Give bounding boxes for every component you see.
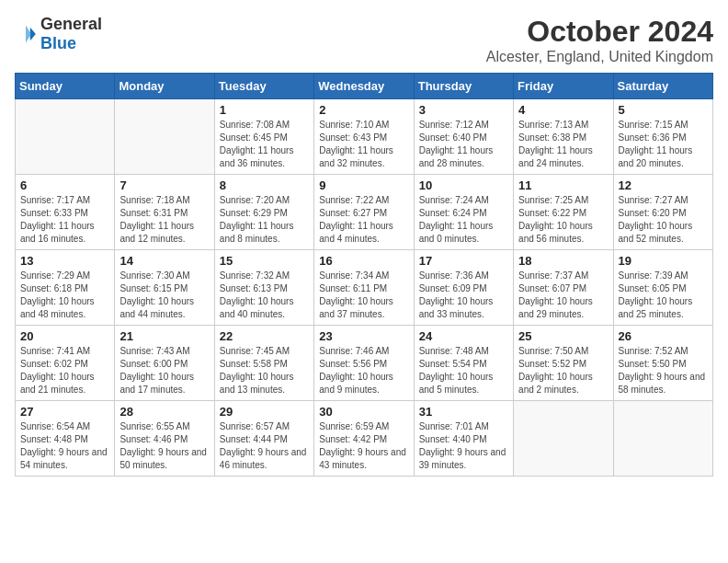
day-info: Sunrise: 7:32 AMSunset: 6:13 PMDaylight:… <box>220 270 309 321</box>
day-info: Sunrise: 7:24 AMSunset: 6:24 PMDaylight:… <box>419 194 508 246</box>
calendar-day-cell: 27Sunrise: 6:54 AMSunset: 4:48 PMDayligh… <box>16 401 115 477</box>
day-info: Sunrise: 6:55 AMSunset: 4:46 PMDaylight:… <box>119 420 209 472</box>
calendar-day-cell: 12Sunrise: 7:27 AMSunset: 6:20 PMDayligh… <box>613 175 712 250</box>
day-number: 26 <box>619 329 708 343</box>
calendar-day-cell: 15Sunrise: 7:32 AMSunset: 6:13 PMDayligh… <box>214 250 313 326</box>
day-number: 30 <box>319 405 408 419</box>
day-info: Sunrise: 7:34 AMSunset: 6:11 PMDaylight:… <box>319 270 408 321</box>
calendar-day-cell: 10Sunrise: 7:24 AMSunset: 6:24 PMDayligh… <box>414 175 513 250</box>
calendar-day-cell <box>613 401 712 477</box>
day-number: 7 <box>119 178 209 192</box>
calendar-day-cell: 19Sunrise: 7:39 AMSunset: 6:05 PMDayligh… <box>613 250 712 326</box>
day-info: Sunrise: 7:13 AMSunset: 6:38 PMDaylight:… <box>518 119 608 170</box>
calendar-week-row: 6Sunrise: 7:17 AMSunset: 6:33 PMDaylight… <box>16 175 713 250</box>
calendar-day-cell: 2Sunrise: 7:10 AMSunset: 6:43 PMDaylight… <box>314 99 414 175</box>
day-info: Sunrise: 7:30 AMSunset: 6:15 PMDaylight:… <box>119 270 209 321</box>
day-number: 25 <box>518 329 608 343</box>
day-info: Sunrise: 7:25 AMSunset: 6:22 PMDaylight:… <box>518 194 608 246</box>
day-number: 31 <box>419 405 508 419</box>
calendar-day-cell: 30Sunrise: 6:59 AMSunset: 4:42 PMDayligh… <box>314 401 414 477</box>
day-number: 20 <box>20 329 109 343</box>
logo-general: General <box>40 15 102 33</box>
day-info: Sunrise: 7:37 AMSunset: 6:07 PMDaylight:… <box>518 270 608 321</box>
month-title: October 2024 <box>486 15 713 49</box>
day-number: 14 <box>119 254 209 268</box>
day-info: Sunrise: 7:36 AMSunset: 6:09 PMDaylight:… <box>419 270 508 321</box>
day-number: 13 <box>20 254 109 268</box>
day-info: Sunrise: 7:41 AMSunset: 6:02 PMDaylight:… <box>20 345 109 396</box>
calendar-day-cell: 11Sunrise: 7:25 AMSunset: 6:22 PMDayligh… <box>514 175 613 250</box>
day-number: 9 <box>319 178 408 192</box>
day-number: 22 <box>220 329 309 343</box>
day-number: 24 <box>419 329 508 343</box>
calendar-day-cell <box>115 99 214 175</box>
calendar-day-cell: 24Sunrise: 7:48 AMSunset: 5:54 PMDayligh… <box>414 326 513 401</box>
day-info: Sunrise: 7:48 AMSunset: 5:54 PMDaylight:… <box>419 345 508 396</box>
day-info: Sunrise: 7:10 AMSunset: 6:43 PMDaylight:… <box>319 119 408 170</box>
calendar-header-row: SundayMondayTuesdayWednesdayThursdayFrid… <box>16 74 713 99</box>
logo: General Blue <box>15 15 102 53</box>
day-number: 23 <box>319 329 408 343</box>
day-info: Sunrise: 7:12 AMSunset: 6:40 PMDaylight:… <box>419 119 508 170</box>
calendar-day-cell: 6Sunrise: 7:17 AMSunset: 6:33 PMDaylight… <box>16 175 115 250</box>
day-info: Sunrise: 7:20 AMSunset: 6:29 PMDaylight:… <box>220 194 309 246</box>
day-info: Sunrise: 7:29 AMSunset: 6:18 PMDaylight:… <box>20 270 109 321</box>
calendar-table: SundayMondayTuesdayWednesdayThursdayFrid… <box>15 73 713 477</box>
calendar-body: 1Sunrise: 7:08 AMSunset: 6:45 PMDaylight… <box>16 99 713 477</box>
calendar-day-cell: 5Sunrise: 7:15 AMSunset: 6:36 PMDaylight… <box>613 99 712 175</box>
day-info: Sunrise: 7:17 AMSunset: 6:33 PMDaylight:… <box>20 194 109 246</box>
calendar-day-cell <box>514 401 613 477</box>
page-header: General Blue October 2024 Alcester, Engl… <box>15 15 713 65</box>
day-number: 1 <box>220 103 309 117</box>
day-info: Sunrise: 7:52 AMSunset: 5:50 PMDaylight:… <box>619 345 708 396</box>
day-info: Sunrise: 7:27 AMSunset: 6:20 PMDaylight:… <box>619 194 708 246</box>
day-info: Sunrise: 7:01 AMSunset: 4:40 PMDaylight:… <box>419 420 508 472</box>
day-info: Sunrise: 7:22 AMSunset: 6:27 PMDaylight:… <box>319 194 408 246</box>
day-info: Sunrise: 7:45 AMSunset: 5:58 PMDaylight:… <box>220 345 309 396</box>
calendar-day-cell: 16Sunrise: 7:34 AMSunset: 6:11 PMDayligh… <box>314 250 414 326</box>
day-number: 19 <box>619 254 708 268</box>
day-number: 4 <box>518 103 608 117</box>
calendar-day-cell: 14Sunrise: 7:30 AMSunset: 6:15 PMDayligh… <box>115 250 214 326</box>
day-number: 6 <box>20 178 109 192</box>
day-info: Sunrise: 7:46 AMSunset: 5:56 PMDaylight:… <box>319 345 408 396</box>
calendar-day-cell: 20Sunrise: 7:41 AMSunset: 6:02 PMDayligh… <box>16 326 115 401</box>
weekday-header: Saturday <box>613 74 712 99</box>
weekday-header: Monday <box>115 74 214 99</box>
day-number: 27 <box>20 405 109 419</box>
calendar-day-cell: 18Sunrise: 7:37 AMSunset: 6:07 PMDayligh… <box>514 250 613 326</box>
weekday-header: Tuesday <box>214 74 313 99</box>
calendar-day-cell: 8Sunrise: 7:20 AMSunset: 6:29 PMDaylight… <box>214 175 313 250</box>
calendar-day-cell: 26Sunrise: 7:52 AMSunset: 5:50 PMDayligh… <box>613 326 712 401</box>
calendar-day-cell: 17Sunrise: 7:36 AMSunset: 6:09 PMDayligh… <box>414 250 513 326</box>
logo-blue: Blue <box>40 34 76 52</box>
calendar-day-cell: 28Sunrise: 6:55 AMSunset: 4:46 PMDayligh… <box>115 401 214 477</box>
calendar-day-cell: 23Sunrise: 7:46 AMSunset: 5:56 PMDayligh… <box>314 326 414 401</box>
title-block: October 2024 Alcester, England, United K… <box>486 15 713 65</box>
day-info: Sunrise: 6:59 AMSunset: 4:42 PMDaylight:… <box>319 420 408 472</box>
calendar-day-cell: 1Sunrise: 7:08 AMSunset: 6:45 PMDaylight… <box>214 99 313 175</box>
day-info: Sunrise: 7:50 AMSunset: 5:52 PMDaylight:… <box>518 345 608 396</box>
day-info: Sunrise: 7:43 AMSunset: 6:00 PMDaylight:… <box>119 345 209 396</box>
weekday-header: Friday <box>514 74 613 99</box>
weekday-header: Sunday <box>16 74 115 99</box>
calendar-day-cell: 29Sunrise: 6:57 AMSunset: 4:44 PMDayligh… <box>214 401 313 477</box>
day-number: 2 <box>319 103 408 117</box>
calendar-week-row: 1Sunrise: 7:08 AMSunset: 6:45 PMDaylight… <box>16 99 713 175</box>
calendar-day-cell: 31Sunrise: 7:01 AMSunset: 4:40 PMDayligh… <box>414 401 513 477</box>
calendar-day-cell <box>16 99 115 175</box>
calendar-day-cell: 22Sunrise: 7:45 AMSunset: 5:58 PMDayligh… <box>214 326 313 401</box>
day-info: Sunrise: 7:08 AMSunset: 6:45 PMDaylight:… <box>220 119 309 170</box>
day-number: 29 <box>220 405 309 419</box>
day-info: Sunrise: 7:39 AMSunset: 6:05 PMDaylight:… <box>619 270 708 321</box>
calendar-day-cell: 7Sunrise: 7:18 AMSunset: 6:31 PMDaylight… <box>115 175 214 250</box>
day-number: 5 <box>619 103 708 117</box>
calendar-week-row: 27Sunrise: 6:54 AMSunset: 4:48 PMDayligh… <box>16 401 713 477</box>
day-number: 10 <box>419 178 508 192</box>
day-info: Sunrise: 7:15 AMSunset: 6:36 PMDaylight:… <box>619 119 708 170</box>
day-number: 12 <box>619 178 708 192</box>
calendar-day-cell: 21Sunrise: 7:43 AMSunset: 6:00 PMDayligh… <box>115 326 214 401</box>
calendar-day-cell: 4Sunrise: 7:13 AMSunset: 6:38 PMDaylight… <box>514 99 613 175</box>
day-number: 17 <box>419 254 508 268</box>
day-number: 18 <box>518 254 608 268</box>
